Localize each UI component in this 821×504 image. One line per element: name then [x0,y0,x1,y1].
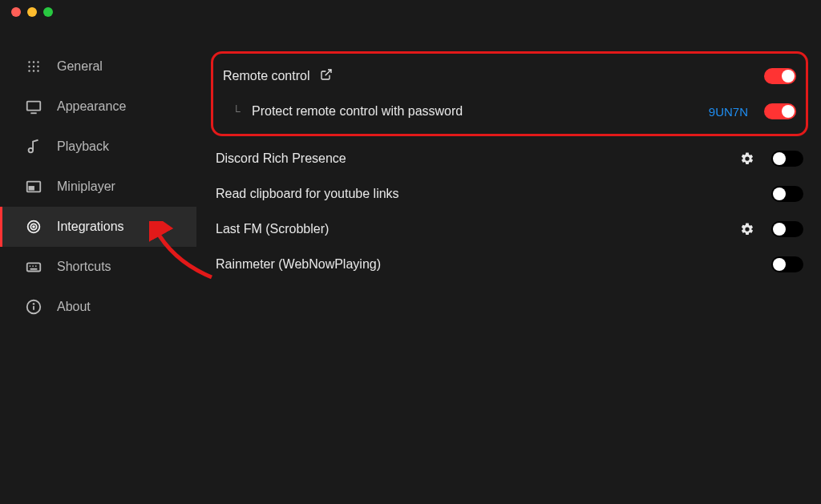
toggle-clipboard[interactable] [771,186,803,202]
svg-point-0 [28,61,30,62]
setting-label: Discord Rich Presence [216,151,346,166]
body: General Appearance Playback Miniplayer [0,24,821,504]
toggle-rainmeter[interactable] [771,256,803,272]
sidebar: General Appearance Playback Miniplayer [0,24,196,504]
svg-point-7 [33,70,34,71]
sidebar-item-label: Playback [57,139,109,154]
info-icon [25,298,42,316]
content-panel: Remote control └ Protect remote control … [196,24,821,504]
titlebar [0,0,821,24]
sidebar-item-label: Shortcuts [57,260,111,274]
svg-point-24 [34,304,34,304]
sidebar-item-general[interactable]: General [0,46,196,87]
maximize-icon[interactable] [43,7,53,17]
password-code[interactable]: 9UN7N [709,105,748,119]
sidebar-item-label: Appearance [57,99,126,114]
setting-remote-control: Remote control [218,58,801,94]
svg-rect-13 [29,186,34,191]
sidebar-item-integrations[interactable]: Integrations [0,207,196,247]
svg-point-3 [28,66,30,67]
setting-label: Read clipboard for youtube links [216,187,399,201]
setting-label: Last FM (Scrobbler) [216,222,329,236]
svg-rect-9 [27,102,41,111]
setting-lastfm: Last FM (Scrobbler) [211,212,808,247]
settings-window: General Appearance Playback Miniplayer [0,0,821,504]
setting-label: Rainmeter (WebNowPlaying) [216,257,381,272]
svg-point-4 [33,66,34,67]
svg-point-1 [33,61,34,62]
svg-line-25 [325,70,330,75]
gear-icon[interactable] [739,151,755,167]
sidebar-item-label: About [57,300,91,314]
sidebar-item-miniplayer[interactable]: Miniplayer [0,167,196,207]
setting-label: Remote control [223,69,310,83]
svg-point-2 [37,61,38,62]
music-note-icon [25,138,42,155]
highlight-annotation: Remote control └ Protect remote control … [211,51,808,136]
keyboard-icon [25,258,42,276]
sidebar-item-label: Miniplayer [57,179,115,194]
setting-label: Protect remote control with password [252,104,463,119]
svg-rect-17 [27,263,41,271]
sidebar-item-about[interactable]: About [0,287,196,327]
minimize-icon[interactable] [27,7,37,17]
svg-point-16 [33,226,34,228]
pip-icon [25,178,42,196]
toggle-discord[interactable] [771,151,803,167]
setting-rainmeter: Rainmeter (WebNowPlaying) [211,247,808,282]
svg-point-8 [37,70,38,71]
setting-discord: Discord Rich Presence [211,141,808,176]
svg-point-6 [28,70,30,71]
toggle-lastfm[interactable] [771,221,803,237]
sidebar-item-appearance[interactable]: Appearance [0,87,196,127]
settings-list: Remote control └ Protect remote control … [211,51,808,282]
monitor-icon [25,98,42,115]
setting-remote-password: └ Protect remote control with password 9… [218,94,801,129]
sidebar-item-label: General [57,59,103,74]
sub-indicator-icon: └ [233,105,244,118]
external-link-icon[interactable] [320,68,333,84]
gear-icon[interactable] [739,221,755,237]
toggle-remote-password[interactable] [764,103,796,119]
close-icon[interactable] [11,7,21,17]
setting-clipboard: Read clipboard for youtube links [211,176,808,212]
toggle-remote-control[interactable] [764,68,796,84]
dots-grid-icon [25,58,42,75]
sidebar-item-playback[interactable]: Playback [0,127,196,167]
svg-point-5 [37,66,38,67]
sidebar-item-label: Integrations [57,220,124,234]
target-icon [25,218,42,236]
sidebar-item-shortcuts[interactable]: Shortcuts [0,247,196,287]
